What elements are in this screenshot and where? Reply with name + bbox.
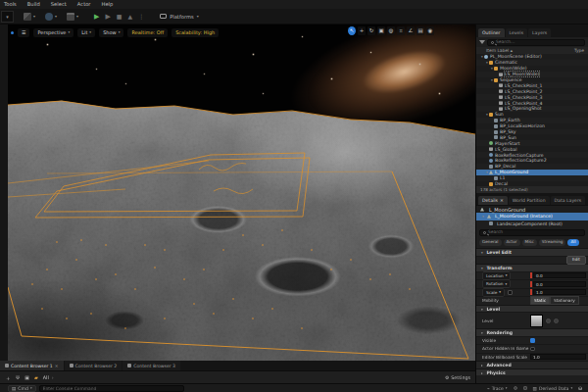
browse-icon[interactable] [546,318,551,323]
tab-levels[interactable]: Levels [506,28,528,37]
show-dropdown[interactable]: Show ▾ [99,28,123,37]
rotate-tool-icon[interactable]: ↻ [368,26,375,35]
select-tool-icon[interactable]: ↖ [348,26,356,35]
rotation-x-field[interactable]: 0.0 [533,281,586,287]
scale-dropdown[interactable]: Scale ▾ [482,288,505,297]
clapper-icon [499,73,503,76]
section-level-edit[interactable]: ▾ Level Edit [476,248,588,256]
play-options-button[interactable]: ⋮ [138,9,144,24]
console-type-dropdown[interactable]: ▤ Cmd ▾ [8,385,36,392]
save-all-icon[interactable]: ▣ [24,371,29,384]
expander-icon: ▾ [481,330,483,338]
use-selected-icon[interactable] [554,318,559,323]
visible-checkbox[interactable] [530,338,535,343]
section-rendering[interactable]: ▾ Rendering [476,328,588,336]
viewport-3d[interactable]: ☰ Perspective ▾ Lit ▾ Show ▾ Realtime: O… [8,24,475,361]
import-icon[interactable]: ⟱ [16,371,20,384]
outliner-search-input[interactable]: Search... [487,39,585,46]
expander-icon[interactable]: ▾ [485,171,489,174]
save-dropdown[interactable]: ▾ [1,11,14,23]
lit-mode-dropdown[interactable]: Lit ▾ [77,28,95,37]
menu-build[interactable]: Build [27,0,40,9]
skip-button[interactable]: ▶ [105,9,110,24]
section-transform[interactable]: ▾ Transform [476,264,588,271]
stop-button[interactable]: ■ [117,9,122,24]
play-button[interactable]: ▶ [94,9,99,24]
scale-x-field[interactable]: 1.0 [533,289,586,295]
filter-pill-streaming[interactable]: Streaming [539,239,566,246]
section-physics[interactable]: ▸ Physics [476,368,588,376]
details-search-input[interactable]: Search [479,229,585,236]
visible-label: Visible [476,338,530,343]
chevron-down-icon: ▾ [197,14,199,19]
tab-content-browser-3[interactable]: Content Browser 3 [122,361,180,370]
details-search-row: Search [476,227,588,237]
outliner-column-header[interactable]: Item Label ▴ Type [476,47,588,54]
menu-actor[interactable]: Actor [77,0,91,9]
close-icon[interactable]: × [55,364,59,368]
breadcrumb-root[interactable]: All [43,375,49,380]
viewport-options-button[interactable]: ☰ [18,28,29,37]
add-icon[interactable]: ＋ [5,371,11,384]
scalability-warning-button[interactable]: Scalability: High [172,28,219,37]
status-icon-2[interactable] [523,386,527,390]
source-control-icon[interactable]: ⛁ [578,386,582,391]
tab-content-browser-2[interactable]: Content Browser 2 [65,361,122,370]
details-filter-pills: GeneralActorMiscStreamingAll [476,237,588,248]
trace-label: Trace [492,386,504,391]
component-row-root[interactable]: ▾ L_MoonGround (Instance) [476,213,588,220]
platforms-dropdown[interactable]: Platforms ▾ [160,14,199,20]
filter-pill-misc[interactable]: Misc [522,239,537,246]
camera-speed-icon[interactable]: ◉ [426,26,434,35]
tab-data-layers[interactable]: Data Layers [551,196,586,205]
status-icon-1[interactable] [514,386,517,390]
tab-world-partition[interactable]: World Partition [509,196,550,205]
eject-button[interactable]: ▲ [128,9,133,24]
settings-button[interactable]: ⚙ Settings [445,375,470,380]
breadcrumb[interactable]: All › [43,375,54,380]
cinematics-button[interactable]: ▾ [67,13,78,21]
tab-layers[interactable]: Layers [528,28,551,37]
outliner-row-label: LS_CheckPoint_2 [505,89,543,94]
realtime-warning-button[interactable]: Realtime: Off [127,28,168,37]
rotation-snap-icon[interactable]: ∠ [407,26,415,35]
filter-pill-all[interactable]: All [567,239,578,246]
world-space-icon[interactable]: ◍ [387,26,395,35]
tab-details[interactable]: Details × [478,196,508,205]
component-root-label: L_MoonGround (Instance) [495,214,553,219]
section-level[interactable]: ▾ Level [476,305,588,313]
add-actor-button[interactable]: ▾ [24,13,35,21]
menu-tools[interactable]: Tools [4,0,17,9]
level-thumbnail[interactable] [530,315,543,327]
tab-content-browser-1[interactable]: Content Browser 1× [0,361,64,370]
scale-snap-icon[interactable]: ▤ [416,26,424,35]
hidden-in-game-checkbox[interactable] [530,347,535,352]
grid-snap-icon[interactable]: ⌗ [397,26,405,35]
component-row-child[interactable]: LandscapeComponent (Root) [476,220,588,228]
edit-button[interactable]: Edit [566,256,586,265]
filter-pill-general[interactable]: General [479,239,502,246]
console-command-input[interactable]: Enter Console Command [39,385,184,392]
scale-lock-icon[interactable] [508,290,513,295]
mobility-static-button[interactable]: Static [530,296,550,305]
mobility-stationary-button[interactable]: Stationary [550,296,579,305]
tab-outliner[interactable]: Outliner [478,28,505,37]
trace-dropdown[interactable]: ⌁ Trace ▾ [487,386,508,391]
filter-icon[interactable] [479,40,485,44]
billboard-scale-field[interactable]: 1.0 [530,354,586,360]
chevron-down-icon: ▾ [506,273,508,277]
location-x-field[interactable]: 0.0 [533,272,586,278]
scale-tool-icon[interactable]: ▣ [377,26,385,35]
close-icon[interactable]: × [500,198,504,203]
main-toolbar: ▾ ▾ ▾ ▾ ▶ ▶ ■ ▲ ⋮ Platforms ▾ [0,9,588,24]
search-icon [491,41,494,44]
menu-select[interactable]: Select [51,0,67,9]
level-property-row: Level [476,312,588,328]
filter-pill-actor[interactable]: Actor [504,239,520,246]
expander-icon[interactable]: ▾ [481,215,485,219]
blueprints-button[interactable]: ▾ [45,13,57,21]
move-tool-icon[interactable]: + [358,26,366,35]
derived-data-dropdown[interactable]: ▥ Derived Data ▾ [533,386,573,391]
section-advanced[interactable]: ▸ Advanced [476,361,588,368]
perspective-dropdown[interactable]: Perspective ▾ [33,28,74,37]
